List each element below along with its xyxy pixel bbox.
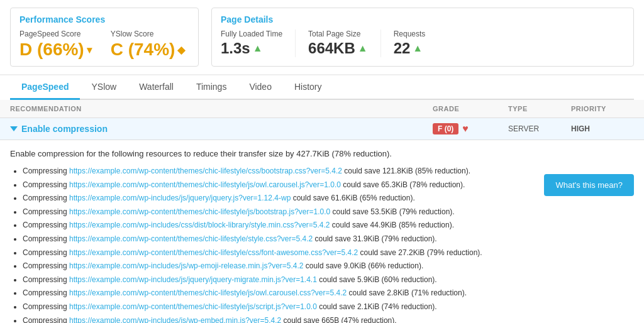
whats-this-mean-button[interactable]: What's this mean?: [544, 174, 634, 196]
performance-scores-panel: Performance Scores PageSpeed Score D (66…: [10, 8, 199, 67]
list-item: Compressing https://example.com/wp-inclu…: [23, 273, 531, 287]
list-item: Compressing https://example.com/wp-conte…: [23, 233, 531, 246]
list-item: Compressing https://example.com/wp-conte…: [23, 246, 531, 260]
top-section: Performance Scores PageSpeed Score D (66…: [0, 0, 644, 74]
resource-link[interactable]: https://example.com/wp-includes/js/wp-em…: [69, 316, 281, 323]
resource-link[interactable]: https://example.com/wp-content/themes/ch…: [69, 167, 342, 175]
rec-type: SERVER: [508, 124, 571, 133]
what-btn-container: What's this mean?: [544, 149, 634, 323]
details-row: Fully Loaded Time 1.3s ▲ Total Page Size…: [221, 30, 625, 57]
resource-link[interactable]: https://example.com/wp-content/themes/ch…: [69, 302, 317, 311]
list-item: Compressing https://example.com/wp-inclu…: [23, 314, 531, 323]
list-item: Compressing https://example.com/wp-conte…: [23, 300, 531, 314]
collapse-icon[interactable]: [10, 126, 18, 131]
yslow-score-label: YSlow Score: [111, 30, 186, 38]
page-size-arrow: ▲: [358, 43, 368, 54]
content-area: Enable compression for the following res…: [0, 140, 644, 323]
fully-loaded-item: Fully Loaded Time 1.3s ▲: [221, 30, 296, 57]
rec-priority: HIGH: [571, 124, 634, 133]
tab-pagespeed[interactable]: PageSpeed: [10, 75, 80, 100]
tab-video[interactable]: Video: [238, 75, 283, 100]
header-recommendation: RECOMMENDATION: [10, 105, 433, 112]
fully-loaded-value: 1.3s ▲: [221, 40, 282, 57]
tab-timings[interactable]: Timings: [185, 75, 238, 100]
page-size-item: Total Page Size 664KB ▲: [296, 30, 381, 57]
resource-link[interactable]: https://example.com/wp-content/themes/ch…: [69, 207, 330, 216]
tab-waterfall[interactable]: Waterfall: [128, 75, 185, 100]
yslow-score-item: YSlow Score C (74%) ◆: [111, 30, 186, 60]
rec-title[interactable]: Enable compression: [10, 124, 433, 134]
resource-link[interactable]: https://example.com/wp-includes/js/jquer…: [69, 275, 317, 284]
pagespeed-score-value: D (66%) ▾: [19, 40, 92, 60]
grade-box: F (0): [433, 123, 458, 134]
yslow-indicator: ◆: [177, 44, 185, 56]
pagespeed-score-label: PageSpeed Score: [19, 30, 92, 38]
requests-arrow: ▲: [413, 43, 423, 54]
description: Enable compression for the following res…: [10, 149, 531, 158]
page-size-value: 664KB ▲: [308, 40, 368, 57]
scores-row: PageSpeed Score D (66%) ▾ YSlow Score C …: [19, 30, 189, 60]
yslow-score-value: C (74%) ◆: [111, 40, 186, 60]
resource-link[interactable]: https://example.com/wp-content/themes/ch…: [69, 180, 341, 189]
recommendation-row: Enable compression F (0) ♥ SERVER HIGH: [0, 118, 644, 140]
grade-badge: F (0) ♥: [433, 123, 508, 134]
header-priority: PRIORITY: [571, 105, 634, 112]
tabs-list: PageSpeedYSlowWaterfallTimingsVideoHisto…: [10, 75, 634, 100]
list-item: Compressing https://example.com/wp-conte…: [23, 287, 531, 300]
resource-link[interactable]: https://example.com/wp-includes/js/jquer…: [69, 194, 291, 202]
requests-label: Requests: [394, 30, 426, 38]
page-details-title: Page Details: [221, 14, 625, 25]
resource-link[interactable]: https://example.com/wp-includes/js/wp-em…: [69, 261, 304, 270]
table-header: RECOMMENDATION GRADE TYPE PRIORITY: [0, 100, 644, 118]
requests-item: Requests 22 ▲: [381, 30, 438, 57]
fully-loaded-label: Fully Loaded Time: [221, 30, 282, 38]
list-item: Compressing https://example.com/wp-conte…: [23, 165, 531, 178]
list-item: Compressing https://example.com/wp-conte…: [23, 205, 531, 219]
pagespeed-score-item: PageSpeed Score D (66%) ▾: [19, 30, 92, 60]
resource-link[interactable]: https://example.com/wp-includes/css/dist…: [69, 221, 330, 229]
list-item: Compressing https://example.com/wp-inclu…: [23, 260, 531, 273]
pagespeed-indicator: ▾: [87, 44, 92, 56]
header-type: TYPE: [508, 105, 571, 112]
resource-link[interactable]: https://example.com/wp-content/themes/ch…: [69, 288, 347, 297]
content-main: Enable compression for the following res…: [10, 149, 531, 323]
grade-heart-icon: ♥: [462, 123, 469, 134]
tabs-section: PageSpeedYSlowWaterfallTimingsVideoHisto…: [0, 74, 644, 100]
requests-value: 22 ▲: [394, 40, 426, 57]
resource-link[interactable]: https://example.com/wp-content/themes/ch…: [69, 234, 313, 243]
page-details-panel: Page Details Fully Loaded Time 1.3s ▲ To…: [211, 8, 634, 67]
list-item: Compressing https://example.com/wp-conte…: [23, 178, 531, 192]
tab-history[interactable]: History: [283, 75, 333, 100]
bullet-list: Compressing https://example.com/wp-conte…: [10, 165, 531, 323]
performance-scores-title: Performance Scores: [19, 14, 189, 25]
fully-loaded-arrow: ▲: [253, 43, 263, 54]
header-grade: GRADE: [433, 105, 508, 112]
list-item: Compressing https://example.com/wp-inclu…: [23, 192, 531, 205]
list-item: Compressing https://example.com/wp-inclu…: [23, 219, 531, 233]
tab-yslow[interactable]: YSlow: [80, 75, 128, 100]
resource-link[interactable]: https://example.com/wp-content/themes/ch…: [69, 248, 358, 257]
page-size-label: Total Page Size: [308, 30, 368, 38]
